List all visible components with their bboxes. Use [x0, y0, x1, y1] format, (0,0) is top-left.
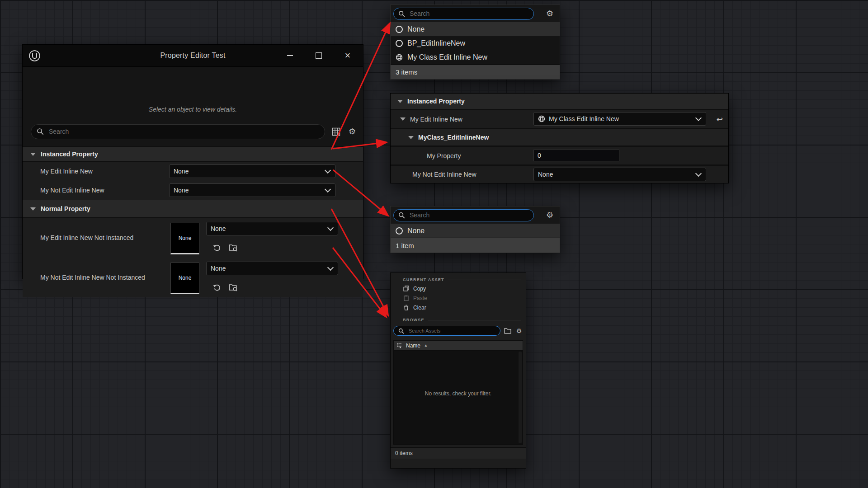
- settings-gear-icon[interactable]: ⚙: [544, 210, 555, 221]
- browse-section-label: BROWSE: [403, 318, 425, 322]
- settings-gear-icon[interactable]: ⚙: [347, 126, 358, 137]
- name-column-header[interactable]: Name ▲: [393, 340, 523, 351]
- row-myclass-editinlinenew[interactable]: MyClass_EditInlineNew: [391, 129, 728, 145]
- window-titlebar[interactable]: Property Editor Test ×: [23, 45, 363, 67]
- paste-icon: [403, 295, 409, 301]
- asset-item-count: 0 items: [391, 447, 526, 459]
- chevron-down-icon: [325, 186, 331, 192]
- expander-arrow-icon[interactable]: [30, 153, 36, 156]
- search-field[interactable]: [409, 211, 529, 219]
- combo-value: None: [174, 168, 189, 175]
- search-icon: [398, 10, 405, 17]
- folder-filter-icon[interactable]: [504, 327, 512, 335]
- section-instanced-property[interactable]: Instanced Property: [23, 146, 363, 162]
- asset-picker-popup: CURRENT ASSET Copy Paste Clear BROWSE: [390, 272, 526, 469]
- class-option-none[interactable]: None: [391, 22, 560, 36]
- my-edit-inline-new-dropdown[interactable]: None: [169, 164, 335, 178]
- thumbnail-label: None: [179, 235, 192, 241]
- chevron-down-icon: [695, 115, 702, 121]
- expander-arrow-icon[interactable]: [397, 100, 403, 103]
- chevron-down-icon: [695, 170, 702, 177]
- my-edit-inline-new-dropdown[interactable]: My Class Edit Inline New: [533, 112, 706, 126]
- expander-arrow-icon[interactable]: [30, 207, 36, 211]
- my-not-edit-inline-new-dropdown[interactable]: None: [169, 183, 335, 197]
- combo-value: None: [174, 187, 189, 194]
- asset-dropdown[interactable]: None: [206, 262, 338, 275]
- asset-thumbnail[interactable]: None: [170, 223, 199, 254]
- minimize-button[interactable]: [285, 51, 294, 60]
- property-label: My Property: [427, 152, 461, 160]
- row-my-property: My Property: [391, 147, 728, 164]
- section-label: Instanced Property: [407, 98, 465, 105]
- search-assets-field[interactable]: [408, 328, 495, 334]
- browse-to-asset-icon[interactable]: [228, 282, 238, 292]
- chevron-down-icon: [325, 167, 331, 174]
- use-selected-asset-icon[interactable]: [212, 243, 222, 253]
- search-icon: [398, 212, 405, 219]
- use-selected-asset-icon[interactable]: [212, 282, 222, 292]
- details-search-input[interactable]: [31, 124, 325, 139]
- sort-ascending-icon: ▲: [424, 343, 428, 347]
- clear-menu-item[interactable]: Clear: [391, 303, 526, 312]
- unreal-logo-icon: [28, 50, 41, 62]
- section-normal-property[interactable]: Normal Property: [23, 200, 363, 218]
- row-my-edit-inline-new: My Edit Inline New None: [23, 162, 363, 181]
- my-property-value-field[interactable]: [533, 150, 619, 161]
- none-picker-search-input[interactable]: [393, 209, 534, 221]
- class-circle-icon: [396, 40, 403, 47]
- combo-value: My Class Edit Inline New: [549, 115, 619, 122]
- browse-to-asset-icon[interactable]: [228, 243, 238, 253]
- minimize-icon: [287, 55, 293, 56]
- grid-background: Property Editor Test × Select an object …: [0, 0, 868, 488]
- section-divider: [448, 280, 521, 280]
- numeric-input[interactable]: [534, 150, 619, 161]
- class-picker-search-input[interactable]: [393, 8, 534, 20]
- asset-thumbnail[interactable]: None: [170, 263, 199, 294]
- class-option-none[interactable]: None: [391, 224, 560, 238]
- class-option-bp-editinlinenew[interactable]: BP_EditInlineNew: [391, 36, 560, 50]
- combo-value: None: [211, 265, 226, 272]
- property-label: My Edit Inline New: [410, 116, 462, 123]
- my-not-edit-inline-new-dropdown[interactable]: None: [533, 168, 706, 181]
- property-label: My Edit Inline New: [40, 168, 93, 175]
- none-picker-popup: ⚙ None 1 item: [390, 206, 560, 253]
- section-label: Normal Property: [41, 205, 90, 212]
- scrollbar-track[interactable]: [519, 352, 522, 443]
- menu-item-label: Clear: [413, 305, 426, 311]
- expander-arrow-icon[interactable]: [408, 136, 414, 139]
- settings-gear-icon[interactable]: ⚙: [544, 8, 555, 19]
- class-circle-icon: [396, 227, 403, 235]
- no-results-message: No results, check your filter.: [394, 390, 523, 397]
- class-circle-icon: [396, 26, 403, 33]
- property-label: My Not Edit Inline New: [40, 187, 104, 194]
- details-view: Select an object to view details. ⚙ Inst…: [23, 67, 363, 278]
- expander-arrow-icon[interactable]: [400, 117, 406, 121]
- property-matrix-icon[interactable]: [330, 126, 341, 137]
- asset-list-area: No results, check your filter.: [393, 351, 523, 445]
- reset-to-default-icon[interactable]: ↩: [717, 114, 723, 124]
- thumbnail-label: None: [179, 275, 192, 281]
- search-field[interactable]: [48, 127, 319, 136]
- view-options-gear-icon[interactable]: ⚙: [515, 327, 523, 335]
- maximize-icon: [316, 52, 322, 59]
- option-label: My Class Edit Inline New: [407, 53, 487, 61]
- menu-item-label: Paste: [413, 295, 427, 301]
- search-field[interactable]: [409, 9, 529, 18]
- row-my-edit-inline-new-expanded: My Edit Inline New My Class Edit Inline …: [391, 110, 728, 128]
- asset-dropdown[interactable]: None: [206, 222, 338, 235]
- search-icon: [398, 328, 404, 334]
- search-icon: [37, 128, 44, 135]
- current-asset-section-label: CURRENT ASSET: [403, 277, 444, 282]
- class-option-my-class-edit-inline-new[interactable]: My Class Edit Inline New: [391, 50, 560, 64]
- maximize-button[interactable]: [314, 51, 323, 60]
- paste-menu-item[interactable]: Paste: [391, 293, 526, 303]
- copy-menu-item[interactable]: Copy: [391, 284, 526, 293]
- section-label: Instanced Property: [41, 150, 98, 158]
- class-picker-popup: ⚙ None BP_EditInlineNew My Class Edit In…: [390, 5, 560, 80]
- row-my-not-edit-inline-new-expanded: My Not Edit Inline New None: [391, 166, 728, 183]
- class-sphere-icon: [538, 115, 545, 122]
- search-assets-input[interactable]: [393, 326, 500, 336]
- copy-icon: [403, 286, 409, 292]
- section-instanced-property[interactable]: Instanced Property: [391, 94, 728, 109]
- close-button[interactable]: ×: [343, 51, 352, 60]
